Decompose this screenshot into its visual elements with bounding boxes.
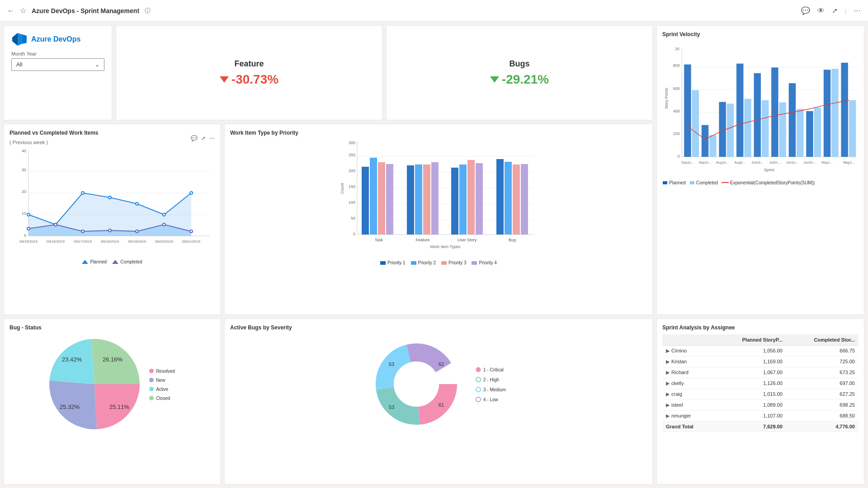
svg-text:0: 0: [678, 154, 680, 159]
col-name: [662, 334, 715, 346]
expand-icon[interactable]: ▶: [666, 370, 670, 375]
svg-rect-105: [415, 164, 422, 235]
svg-rect-27: [789, 83, 796, 157]
svg-point-65: [108, 196, 111, 199]
chat-icon-small[interactable]: 💬: [191, 135, 198, 141]
glasses-icon[interactable]: 👁: [817, 7, 825, 15]
svg-point-73: [136, 230, 138, 233]
logo-filter-card: Azure DevOps Month Year All ⌄: [4, 25, 112, 120]
svg-rect-28: [797, 109, 803, 157]
legend-p2: Priority 2: [411, 260, 436, 265]
sprint-velocity-chart: 0 200 400 600 800 1K: [662, 41, 859, 177]
svg-rect-16: [692, 90, 699, 157]
sprint-velocity-card: Sprint Velocity 0 200 400 600 800 1K: [656, 25, 864, 315]
svg-rect-123: [441, 261, 447, 265]
svg-rect-19: [719, 102, 726, 157]
active-bugs-title: Active Bugs by Severity: [230, 324, 647, 331]
svg-point-144: [476, 387, 481, 392]
planned-cell: 1,169.00: [715, 356, 786, 367]
svg-point-145: [476, 397, 481, 402]
grand-total-completed: 4,776.00: [786, 421, 859, 432]
more-icon-small[interactable]: ⋯: [209, 135, 215, 141]
expand-icon[interactable]: ▶: [666, 348, 670, 353]
completed-cell: 666.75: [786, 345, 859, 356]
expand-icon[interactable]: ➚: [832, 6, 838, 15]
bug-status-title: Bug - Status: [9, 324, 215, 331]
table-row: ▶ckelly 1,126.00 697.00: [662, 378, 859, 389]
workitem-legend: Priority 1 Priority 2 Priority 3 Priorit…: [230, 260, 647, 265]
table-header-row: Planned StoryP... Completed Stor...: [662, 334, 859, 346]
svg-point-66: [136, 202, 138, 205]
bug-status-pie: 26.16% 25.32% 23.42% 25.11%: [49, 339, 140, 431]
azure-devops-logo-icon: [11, 31, 28, 47]
back-icon[interactable]: ←: [7, 7, 14, 15]
svg-rect-25: [771, 67, 778, 157]
feature-title: Feature: [234, 59, 264, 69]
svg-rect-101: [378, 162, 385, 235]
svg-text:Aug2...: Aug2...: [734, 160, 745, 164]
svg-point-64: [81, 192, 84, 194]
expand-icon-small[interactable]: ➚: [201, 135, 206, 141]
svg-rect-32: [831, 69, 838, 157]
svg-text:Task: Task: [375, 238, 383, 242]
svg-text:09/16/2019: 09/16/2019: [47, 239, 65, 244]
more-icon[interactable]: ⋯: [854, 6, 861, 15]
velocity-legend: Planned Completed Exponential(CompletedS…: [662, 180, 859, 185]
grand-total-row: Grand Total 7,629.00 4,776.00: [662, 421, 859, 432]
svg-text:Sprint: Sprint: [764, 168, 774, 172]
svg-rect-106: [423, 164, 430, 235]
expand-icon[interactable]: ▶: [666, 380, 670, 386]
legend-medium: 3 - Medium: [475, 386, 506, 393]
svg-rect-104: [407, 165, 414, 235]
expand-icon[interactable]: ▶: [666, 402, 670, 408]
active-bugs-legend: 1 - Critical 2 - High 3 - Medium 4 - Low: [475, 366, 506, 403]
svg-text:Feature: Feature: [415, 238, 429, 242]
bugs-title: Bugs: [509, 59, 530, 69]
svg-point-137: [394, 361, 439, 407]
month-year-dropdown[interactable]: All ⌄: [11, 58, 104, 71]
svg-point-132: [149, 396, 154, 400]
svg-point-129: [149, 369, 154, 373]
svg-text:20: 20: [22, 189, 26, 194]
svg-text:800: 800: [673, 63, 680, 68]
planned-cell: 1,067.00: [715, 367, 786, 378]
chat-icon[interactable]: 💬: [801, 6, 810, 15]
svg-text:62: 62: [439, 361, 444, 367]
svg-rect-30: [814, 108, 821, 157]
svg-point-71: [81, 230, 84, 233]
legend-p3: Priority 3: [441, 260, 466, 265]
svg-text:1K: 1K: [675, 47, 680, 51]
expand-icon[interactable]: ▶: [666, 413, 670, 418]
grand-total-label: Grand Total: [662, 421, 715, 432]
svg-text:Story Points: Story Points: [664, 88, 669, 109]
bugs-value-text: -29.21%: [502, 72, 549, 87]
svg-rect-29: [806, 111, 813, 157]
svg-rect-21: [736, 64, 743, 157]
bug-status-card: Bug - Status 26.16% 25.32% 2: [4, 319, 221, 484]
expand-icon[interactable]: ▶: [666, 391, 670, 397]
star-icon[interactable]: ☆: [20, 6, 26, 15]
svg-point-69: [27, 227, 30, 230]
active-bugs-donut: 62 61 63 53: [371, 339, 462, 431]
svg-rect-102: [386, 164, 393, 235]
legend-high: 2 - High: [475, 376, 506, 383]
info-icon[interactable]: ⓘ: [145, 7, 151, 15]
svg-point-75: [190, 230, 193, 233]
svg-text:Aug1s...: Aug1s...: [716, 160, 729, 164]
page-title: Azure DevOps - Sprint Management: [32, 7, 139, 14]
svg-text:600: 600: [673, 86, 680, 91]
svg-text:Sep1s...: Sep1s...: [681, 160, 694, 164]
svg-text:Count: Count: [340, 183, 344, 194]
svg-rect-31: [824, 70, 830, 157]
month-year-label: Month Year All ⌄: [11, 51, 104, 71]
active-bugs-content: 62 61 63 53 1 - Critical 2 - High: [230, 334, 647, 435]
svg-text:150: 150: [349, 184, 355, 189]
svg-text:09/17/2019: 09/17/2019: [74, 239, 92, 244]
svg-rect-100: [370, 158, 377, 235]
planned-completed-chart: 0 10 20 30 40: [9, 148, 215, 256]
azure-devops-text: Azure DevOps: [31, 35, 80, 43]
assignee-cell: ▶ckelly: [662, 378, 715, 389]
svg-text:10: 10: [22, 211, 26, 216]
svg-rect-110: [459, 164, 467, 235]
expand-icon[interactable]: ▶: [666, 359, 670, 364]
